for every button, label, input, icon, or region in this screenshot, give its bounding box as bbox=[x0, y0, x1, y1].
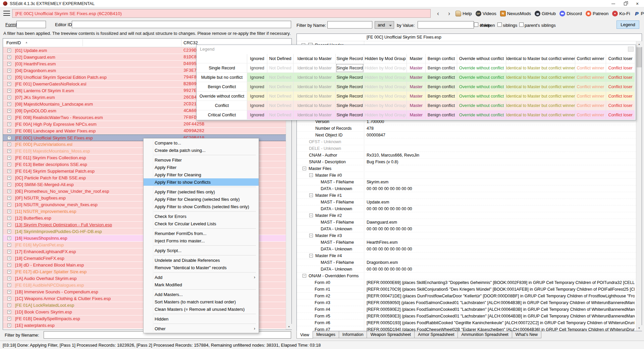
filter-operator-select[interactable]: and bbox=[375, 21, 394, 29]
expand-plus-icon[interactable]: + bbox=[7, 49, 11, 52]
menu-button[interactable] bbox=[3, 11, 10, 16]
by-value-input[interactable] bbox=[418, 21, 474, 28]
filter-by-name-input[interactable] bbox=[327, 21, 372, 28]
expand-plus-icon[interactable]: + bbox=[7, 196, 11, 200]
expand-plus-icon[interactable]: + bbox=[7, 116, 11, 119]
detail-row[interactable]: Form #3[REFR:00059050] (places FoodSalmo… bbox=[297, 299, 636, 306]
expand-plus-icon[interactable]: + bbox=[7, 62, 11, 66]
expand-plus-icon[interactable]: + bbox=[7, 243, 11, 247]
menu-item-mark-modified[interactable]: Mark Modified bbox=[144, 281, 259, 288]
link-nexusmods[interactable]: NexusMods bbox=[500, 11, 531, 16]
detail-row[interactable]: Form #6[REFR:0005D193] (places FoodRabbi… bbox=[297, 319, 636, 326]
legend-button[interactable]: Legend bbox=[616, 20, 639, 29]
expand-plus-icon[interactable]: + bbox=[7, 250, 11, 253]
tree-row[interactable]: +[FE 00A] High Poly Expressive NPCs.esm2… bbox=[3, 121, 286, 128]
detail-row[interactable]: DATA - Unknown00 00 00 00 00 00 00 00 bbox=[297, 185, 636, 192]
detail-row[interactable]: Form #0[REFR:00000E69] (places SkillEnch… bbox=[297, 279, 636, 286]
link-kofi[interactable]: Ko-Fi bbox=[612, 11, 630, 16]
detail-row[interactable]: −Master File #2 bbox=[297, 212, 636, 219]
expand-plus-icon[interactable]: + bbox=[7, 163, 11, 166]
expand-plus-icon[interactable]: + bbox=[7, 55, 11, 59]
detail-row[interactable]: Form #5[REFR:000590E3] (places FoodSalmo… bbox=[297, 313, 636, 319]
detail-row[interactable]: OFST - Unknown bbox=[297, 138, 636, 145]
menu-item-apply-filter-for-cleaning[interactable]: Apply Filter for Cleaning bbox=[144, 171, 259, 178]
tab-view[interactable]: View bbox=[297, 331, 313, 339]
scroll-down-icon[interactable] bbox=[286, 324, 292, 330]
expand-plus-icon[interactable]: + bbox=[7, 82, 11, 86]
expand-plus-icon[interactable]: + bbox=[7, 156, 11, 160]
expand-plus-icon[interactable]: + bbox=[7, 169, 11, 173]
expand-plus-icon[interactable]: + bbox=[7, 223, 11, 227]
expand-plus-icon[interactable]: + bbox=[7, 122, 11, 126]
expand-plus-icon[interactable]: + bbox=[7, 210, 11, 213]
scroll-down-icon[interactable] bbox=[636, 325, 642, 331]
expand-plus-icon[interactable]: + bbox=[7, 109, 11, 113]
detail-row[interactable]: SNAM - DescriptionBug Fixes (v 0.8) bbox=[297, 159, 636, 165]
link-help[interactable]: Help bbox=[455, 11, 472, 16]
detail-row[interactable]: DATA - Unknown00 00 00 00 00 00 00 00 bbox=[297, 266, 636, 273]
nav-back-button[interactable] bbox=[434, 9, 442, 17]
expand-plus-icon[interactable]: + bbox=[7, 142, 11, 146]
tab-messages[interactable]: Messages bbox=[313, 331, 339, 338]
keep-children-checkbox[interactable] bbox=[474, 22, 478, 27]
keep-parent-s-siblings-checkbox[interactable] bbox=[519, 22, 524, 27]
record-view-column-title[interactable]: [FE 00C] Unofficial Skyrim SE Fixes.esp bbox=[367, 35, 441, 40]
expand-plus-icon[interactable]: + bbox=[7, 277, 11, 280]
expand-plus-icon[interactable]: + bbox=[7, 189, 11, 193]
collapse-minus-icon[interactable]: − bbox=[309, 173, 313, 177]
tab-ammunition-spreadsheet[interactable]: Ammunition Spreadsheet bbox=[458, 331, 512, 338]
expand-plus-icon[interactable]: + bbox=[7, 136, 11, 140]
current-plugin-box[interactable]: [FE 00C] Unofficial Skyrim SE Fixes.esp … bbox=[12, 9, 431, 18]
link-patreon[interactable]: Patreon bbox=[586, 11, 608, 16]
detail-row[interactable]: Form #2[REFR:000471DE] (places DunFrostf… bbox=[297, 293, 636, 299]
expand-plus-icon[interactable]: + bbox=[7, 290, 11, 294]
detail-row[interactable]: −ONAM - Overridden Forms bbox=[297, 273, 636, 279]
menu-item-other[interactable]: Other bbox=[144, 325, 259, 332]
menu-item-check-for-errors[interactable]: Check for Errors bbox=[144, 213, 259, 220]
detail-row[interactable]: Number of Records478 bbox=[297, 125, 636, 132]
link-paypal[interactable]: PayPal bbox=[634, 11, 644, 16]
expand-plus-icon[interactable]: + bbox=[7, 176, 11, 180]
close-button[interactable]: × bbox=[631, 0, 643, 7]
expand-plus-icon[interactable]: + bbox=[7, 310, 11, 314]
expand-plus-icon[interactable]: + bbox=[7, 324, 11, 327]
menu-item-add[interactable]: Add bbox=[144, 274, 259, 281]
editorid-input[interactable] bbox=[72, 21, 291, 28]
expand-plus-icon[interactable]: + bbox=[7, 216, 11, 220]
detail-row[interactable]: Next Object ID00000847 bbox=[297, 132, 636, 138]
detail-row[interactable]: MAST - FileNameUpdate.esm bbox=[297, 199, 636, 206]
detail-row[interactable]: DATA - Unknown00 00 00 00 00 00 00 00 bbox=[297, 226, 636, 232]
collapse-minus-icon[interactable]: − bbox=[309, 193, 313, 197]
menu-item-undelete-and-disable-references[interactable]: Undelete and Disable References bbox=[144, 256, 259, 264]
detail-row[interactable]: −Master File #3 bbox=[297, 232, 636, 239]
menu-item-create-delta-patch-using[interactable]: Create delta patch using... bbox=[144, 147, 259, 154]
menu-item-clean-masters-remove-all-unused-masters[interactable]: Clean Masters (= Remove all unused Maste… bbox=[144, 305, 259, 313]
detail-row[interactable]: MAST - FileNameHearthFires.esm bbox=[297, 239, 636, 246]
menu-item-inject-forms-into-master[interactable]: Inject Forms into master... bbox=[144, 237, 259, 244]
expand-plus-icon[interactable]: + bbox=[7, 270, 11, 274]
tab-weapon-spreadsheet[interactable]: Weapon Spreadsheet bbox=[367, 331, 415, 338]
link-videos[interactable]: Videos bbox=[476, 11, 496, 16]
collapse-minus-icon[interactable]: − bbox=[303, 167, 306, 170]
detail-row[interactable]: MAST - FileNameDragonborn.esm bbox=[297, 259, 636, 266]
detail-row[interactable]: Form #4[REFR:000590E2] (places FoodSalmo… bbox=[297, 306, 636, 313]
formid-input[interactable] bbox=[16, 21, 46, 28]
expand-plus-icon[interactable]: + bbox=[7, 256, 11, 260]
menu-item-check-for-circular-leveled-lists[interactable]: Check for Circular Leveled Lists bbox=[144, 220, 259, 227]
expand-plus-icon[interactable]: + bbox=[7, 75, 11, 79]
menu-item-apply-script[interactable]: Apply Script... bbox=[144, 247, 259, 254]
expand-plus-icon[interactable]: + bbox=[7, 317, 11, 321]
expand-plus-icon[interactable]: + bbox=[7, 96, 11, 99]
expand-plus-icon[interactable]: + bbox=[7, 183, 11, 186]
collapse-minus-icon[interactable]: − bbox=[309, 234, 313, 237]
link-discord[interactable]: Discord bbox=[559, 11, 582, 16]
scroll-up-icon[interactable] bbox=[636, 41, 642, 47]
detail-row[interactable]: −Master File #1 bbox=[297, 192, 636, 199]
collapse-minus-icon[interactable]: − bbox=[303, 274, 306, 278]
collapse-minus-icon[interactable]: − bbox=[309, 254, 313, 257]
menu-item-apply-filter-selected-files-only[interactable]: Apply Filter (selected files only) bbox=[144, 188, 259, 195]
expand-plus-icon[interactable]: + bbox=[7, 236, 11, 240]
expand-plus-icon[interactable]: + bbox=[7, 149, 11, 153]
minimize-button[interactable] bbox=[607, 0, 619, 7]
detail-row[interactable]: CNAM - AuthorRx310, Marcus666, RevoJin bbox=[297, 152, 636, 159]
